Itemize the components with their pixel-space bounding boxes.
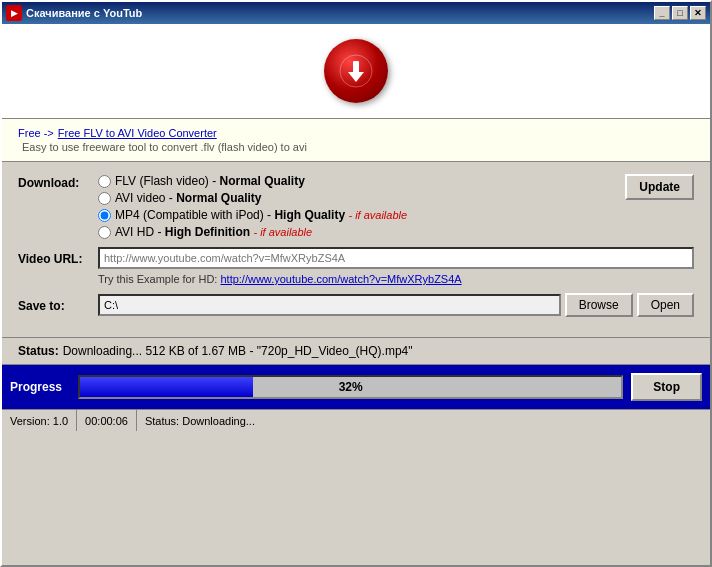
status-bar: Version: 1.0 00:00:06 Status: Downloadin… [2, 409, 710, 431]
statusbar-timer: 00:00:06 [77, 410, 137, 431]
statusbar-version: Version: 1.0 [2, 410, 77, 431]
statusbar-status: Status: Downloading... [137, 410, 710, 431]
radio-avihd-label: AVI HD - High Definition - if available [115, 225, 312, 239]
save-path-input[interactable] [98, 294, 561, 316]
open-button[interactable]: Open [637, 293, 694, 317]
example-link[interactable]: http://www.youtube.com/watch?v=MfwXRybZS… [220, 273, 461, 285]
status-label: Status: [18, 344, 59, 358]
minimize-button[interactable]: _ [654, 6, 670, 20]
promo-description: Easy to use freeware tool to convert .fl… [22, 141, 694, 153]
url-input[interactable] [98, 247, 694, 269]
progress-label: Progress [10, 380, 70, 394]
save-controls: Browse Open [98, 293, 694, 317]
save-row: Save to: Browse Open [18, 293, 694, 317]
download-radio-group: FLV (Flash video) - Normal Quality AVI v… [98, 174, 625, 239]
svg-rect-1 [353, 61, 359, 73]
download-row: Download: FLV (Flash video) - Normal Qua… [18, 174, 694, 239]
example-text: Try this Example for HD: http://www.yout… [98, 273, 694, 285]
stop-button[interactable]: Stop [631, 373, 702, 401]
browse-button[interactable]: Browse [565, 293, 633, 317]
progress-section: Progress 32% Stop [2, 365, 710, 409]
promo-line: Free -> Free FLV to AVI Video Converter [18, 127, 694, 139]
app-logo [324, 39, 388, 103]
form-section: Download: FLV (Flash video) - Normal Qua… [2, 162, 710, 337]
logo-icon [338, 53, 374, 89]
radio-avi-label: AVI video - Normal Quality [115, 191, 262, 205]
title-bar: ▶ Скачивание с YouTub _ □ ✕ [2, 2, 710, 24]
status-section: Status: Downloading... 512 KB of 1.67 MB… [2, 337, 710, 365]
promo-link[interactable]: Free FLV to AVI Video Converter [58, 127, 217, 139]
svg-marker-2 [348, 72, 364, 82]
app-icon: ▶ [6, 5, 22, 21]
progress-text: 32% [80, 377, 621, 397]
main-content: Free -> Free FLV to AVI Video Converter … [2, 24, 710, 565]
promo-label: Free -> [18, 127, 54, 139]
radio-mp4[interactable]: MP4 (Compatible with iPod) - High Qualit… [98, 208, 625, 222]
url-row: Video URL: [18, 247, 694, 269]
url-label: Video URL: [18, 250, 98, 266]
radio-mp4-input[interactable] [98, 209, 111, 222]
progress-bar-container: 32% [78, 375, 623, 399]
radio-mp4-label: MP4 (Compatible with iPod) - High Qualit… [115, 208, 407, 222]
radio-flv[interactable]: FLV (Flash video) - Normal Quality [98, 174, 625, 188]
close-button[interactable]: ✕ [690, 6, 706, 20]
example-prefix: Try this Example for HD: [98, 273, 220, 285]
window-title: Скачивание с YouTub [26, 7, 142, 19]
update-button[interactable]: Update [625, 174, 694, 200]
radio-avi-input[interactable] [98, 192, 111, 205]
promo-section: Free -> Free FLV to AVI Video Converter … [2, 119, 710, 162]
download-label: Download: [18, 174, 98, 190]
title-bar-left: ▶ Скачивание с YouTub [6, 5, 142, 21]
radio-flv-input[interactable] [98, 175, 111, 188]
logo-section [2, 24, 710, 119]
radio-avi[interactable]: AVI video - Normal Quality [98, 191, 625, 205]
status-row: Status: Downloading... 512 KB of 1.67 MB… [18, 344, 694, 358]
radio-avihd[interactable]: AVI HD - High Definition - if available [98, 225, 625, 239]
status-value: Downloading... 512 KB of 1.67 MB - "720p… [63, 344, 413, 358]
maximize-button[interactable]: □ [672, 6, 688, 20]
title-buttons: _ □ ✕ [654, 6, 706, 20]
app-window: ▶ Скачивание с YouTub _ □ ✕ [0, 0, 712, 567]
radio-flv-label: FLV (Flash video) - Normal Quality [115, 174, 305, 188]
radio-avihd-input[interactable] [98, 226, 111, 239]
save-label: Save to: [18, 297, 98, 313]
